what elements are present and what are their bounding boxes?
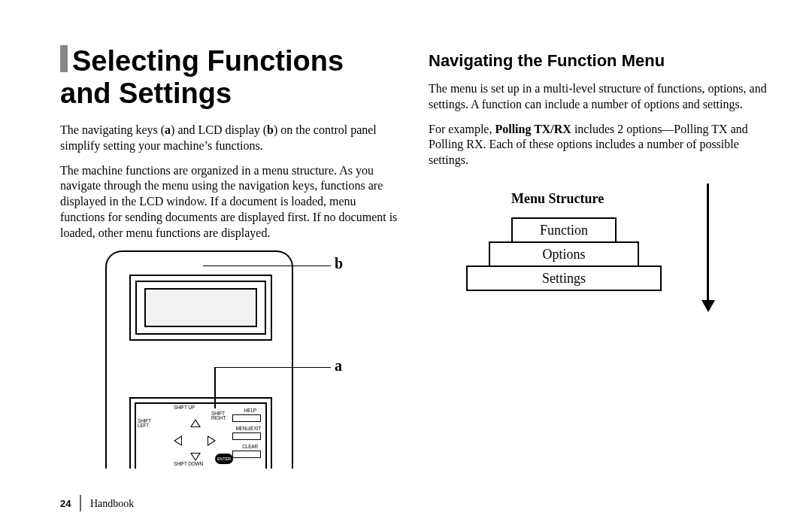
title-bar-icon — [60, 45, 68, 72]
callout-a: a — [335, 357, 342, 375]
lcd-display — [129, 275, 272, 341]
book-title: Handbook — [90, 498, 134, 510]
lcd-frame — [135, 281, 266, 335]
arrow-down-icon — [190, 453, 201, 461]
label-b: b — [267, 123, 274, 136]
label-menu-exit: MENU/EXIT — [235, 426, 261, 432]
callout-b: b — [335, 255, 343, 272]
label-shift-up: SHIFT UP — [174, 405, 195, 411]
menu-structure-figure: Menu Structure Settings Options Function — [429, 191, 767, 357]
device-figure: SHIFT UP SHIFT DOWN SHIFT LEFT SHIFT RIG… — [60, 250, 398, 469]
intro-paragraph-1: The navigating keys (a) and LCD display … — [60, 123, 398, 154]
menu-exit-button — [232, 432, 261, 440]
label-help: HELP — [244, 408, 256, 414]
text: ) and LCD display ( — [171, 123, 267, 136]
enter-button: ENTER — [215, 454, 233, 464]
box-options: Options — [489, 241, 639, 267]
subheading: Navigating the Function Menu — [429, 51, 767, 71]
section-title-text: Selecting Functions and Settings — [60, 45, 344, 109]
intro-paragraph-2: The machine functions are organized in a… — [60, 163, 398, 241]
control-panel-outline: SHIFT UP SHIFT DOWN SHIFT LEFT SHIFT RIG… — [105, 250, 293, 469]
menu-structure-title: Menu Structure — [511, 191, 604, 207]
page-footer: 24 Handbook — [60, 495, 134, 511]
box-function: Function — [511, 217, 617, 243]
label-shift-down: SHIFT DOWN — [174, 462, 203, 467]
text: The navigating keys ( — [60, 123, 165, 136]
arrow-right-icon — [208, 435, 216, 446]
section-title: Selecting Functions and Settings — [60, 45, 398, 109]
label-clear: CLEAR — [242, 445, 258, 450]
arrow-left-icon — [174, 435, 182, 446]
right-paragraph-1: The menu is set up in a multi-level stru… — [429, 81, 767, 113]
navigation-keypad: SHIFT UP SHIFT DOWN SHIFT LEFT SHIFT RIG… — [129, 397, 272, 469]
down-arrow-icon — [707, 184, 715, 312]
label-a: a — [165, 123, 171, 136]
help-button — [232, 414, 261, 422]
arrow-up-icon — [190, 419, 201, 427]
right-column: Navigating the Function Menu The menu is… — [429, 45, 767, 469]
label-shift-left: SHIFT LEFT — [138, 419, 157, 429]
text: For example, — [429, 123, 495, 135]
direction-pad: ENTER — [172, 417, 217, 463]
callout-line-a-vert — [214, 367, 216, 408]
lcd-screen — [144, 288, 257, 327]
right-paragraph-2: For example, Polling TX/RX includes 2 op… — [429, 122, 767, 168]
keypad-inner: SHIFT UP SHIFT DOWN SHIFT LEFT SHIFT RIG… — [135, 402, 267, 469]
page-number: 24 — [60, 498, 71, 509]
two-column-layout: Selecting Functions and Settings The nav… — [60, 45, 767, 469]
box-settings: Settings — [466, 266, 662, 291]
left-column: Selecting Functions and Settings The nav… — [60, 45, 398, 469]
callout-line-b — [203, 266, 331, 267]
bold-term: Polling TX/RX — [495, 123, 571, 135]
footer-divider — [80, 495, 81, 511]
document-page: Selecting Functions and Settings The nav… — [0, 0, 812, 525]
callout-line-a — [214, 367, 331, 369]
clear-button — [232, 451, 261, 458]
